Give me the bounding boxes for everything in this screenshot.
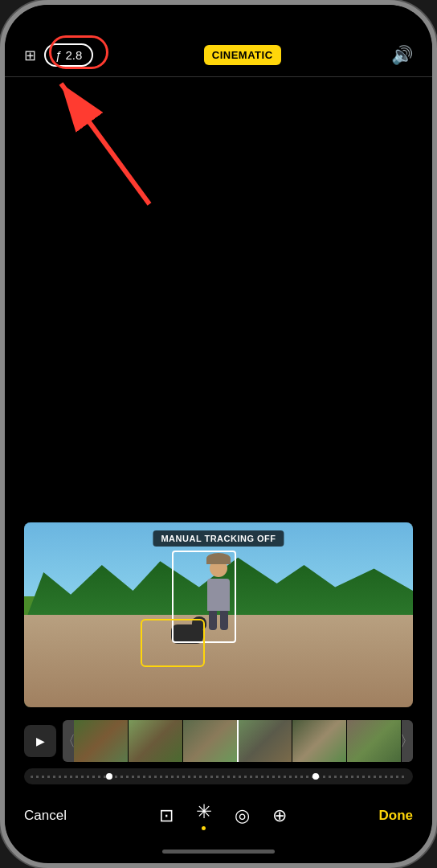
cinematic-badge: CINEMATIC xyxy=(204,45,281,65)
face-track-icon: ◎ xyxy=(235,805,250,826)
adjust-dot xyxy=(202,826,206,830)
phone-inner: ⊞ ƒ 2.8 CINEMATIC 🔊 xyxy=(5,5,432,863)
play-icon: ▶ xyxy=(36,735,45,747)
volume-icon[interactable]: 🔊 xyxy=(391,45,413,66)
timeline-frames xyxy=(74,720,402,762)
timeline-strip[interactable]: 〈 〉 xyxy=(63,720,413,762)
crop-icon[interactable]: ⊞ xyxy=(24,47,36,64)
adjust-icon: ✳ xyxy=(196,800,212,823)
play-button[interactable]: ▶ xyxy=(24,725,56,757)
phone-frame: ⊞ ƒ 2.8 CINEMATIC 🔊 xyxy=(0,0,437,868)
frame-1 xyxy=(74,720,129,762)
aperture-badge[interactable]: ƒ 2.8 xyxy=(44,43,93,67)
focus-dots xyxy=(31,776,406,778)
crop-tool[interactable]: ⊕ xyxy=(272,805,287,826)
focus-dot-2 xyxy=(312,773,319,780)
tracking-box-dog xyxy=(141,619,205,667)
tracking-label: MANUAL TRACKING OFF xyxy=(153,530,284,547)
timeline-playhead xyxy=(237,720,239,762)
frame-2 xyxy=(129,720,183,762)
focus-dot-1 xyxy=(106,773,112,780)
cinematic-camera-icon: ⊡ xyxy=(159,805,174,826)
face-track-tool[interactable]: ◎ xyxy=(235,805,250,826)
video-scene: MANUAL TRACKING OFF xyxy=(24,522,413,707)
right-bracket: 〉 xyxy=(402,720,413,762)
adjust-tool[interactable]: ✳ xyxy=(196,800,212,830)
notch xyxy=(162,5,275,27)
video-preview[interactable]: MANUAL TRACKING OFF xyxy=(24,522,413,707)
frame-4 xyxy=(238,720,292,762)
frame-3 xyxy=(183,720,238,762)
left-bracket: 〈 xyxy=(63,720,74,762)
cinematic-camera-tool[interactable]: ⊡ xyxy=(159,805,174,826)
timeline-row: ▶ 〈 〉 xyxy=(24,720,413,762)
crop-tool-icon: ⊕ xyxy=(272,805,287,826)
aperture-label: ƒ 2.8 xyxy=(55,48,82,62)
cancel-button[interactable]: Cancel xyxy=(24,808,67,824)
top-left-controls: ⊞ ƒ 2.8 xyxy=(24,43,93,67)
focus-track[interactable] xyxy=(24,768,413,784)
frame-6 xyxy=(347,720,402,762)
timeline-area: ▶ 〈 〉 xyxy=(5,707,432,791)
bottom-toolbar: Cancel ⊡ ✳ ◎ ⊕ Done xyxy=(5,791,432,843)
toolbar-icons: ⊡ ✳ ◎ ⊕ xyxy=(159,800,287,830)
done-button[interactable]: Done xyxy=(378,808,413,824)
annotation-area xyxy=(5,77,432,522)
frame-5 xyxy=(292,720,347,762)
home-indicator xyxy=(162,850,275,854)
